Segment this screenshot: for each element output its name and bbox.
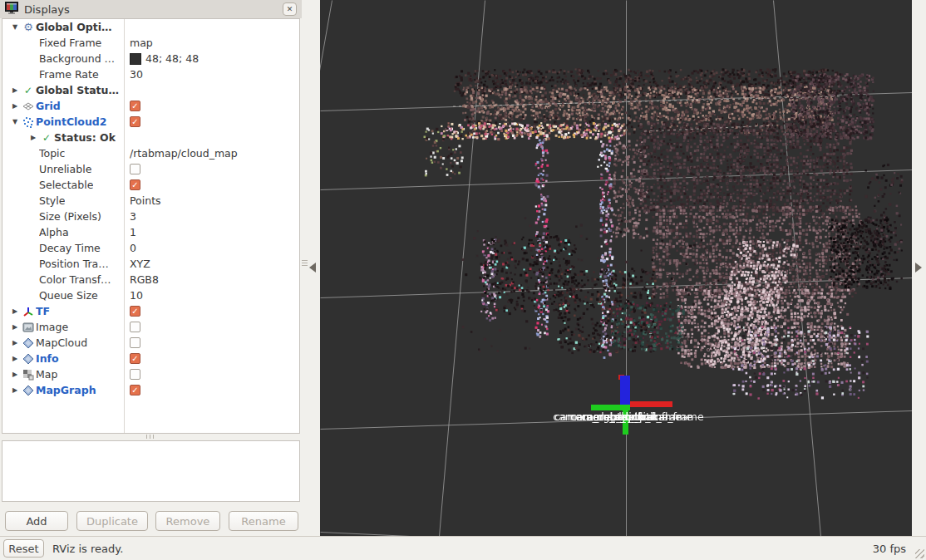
value-text[interactable]: 48; 48; 48 (145, 52, 199, 65)
displays-panel-titlebar[interactable]: Displays ✕ (0, 0, 302, 18)
property-value[interactable]: ✓ (125, 351, 299, 366)
display-row-status-ok[interactable]: ▶✓Status: Ok (2, 130, 299, 145)
value-text[interactable]: RGB8 (130, 273, 159, 286)
property-value[interactable] (125, 366, 299, 382)
value-text[interactable]: Points (130, 194, 161, 207)
property-value[interactable]: 10 (125, 287, 299, 303)
display-row-selectable[interactable]: Selectable✓ (2, 177, 299, 193)
property-value[interactable]: 30 (125, 66, 299, 82)
property-value[interactable] (125, 82, 299, 98)
checkbox-checked[interactable]: ✓ (130, 353, 140, 364)
property-value[interactable] (125, 335, 299, 351)
status-bar: Reset RViz is ready. 30 fps (0, 536, 926, 560)
display-row-pointcloud2[interactable]: ▼PointCloud2✓ (2, 114, 299, 130)
expand-arrow-icon[interactable]: ▶ (9, 386, 21, 394)
value-text[interactable]: 0 (130, 242, 136, 254)
diamond-icon (21, 337, 36, 349)
rename-button[interactable]: Rename (229, 511, 298, 531)
display-row-mapgraph[interactable]: ▶MapGraph✓ (2, 382, 299, 398)
property-value[interactable]: Points (125, 193, 299, 209)
display-row-global-opti[interactable]: ▼⚙Global Opti… (2, 19, 299, 35)
collapse-arrow-icon[interactable]: ▼ (9, 118, 21, 125)
value-text[interactable]: 30 (130, 68, 143, 81)
resize-grip[interactable] (915, 549, 924, 558)
render-canvas[interactable] (320, 0, 912, 536)
display-row-color-transf[interactable]: Color Transf…RGB8 (2, 272, 299, 287)
collapse-left-icon[interactable] (309, 263, 316, 273)
expand-arrow-icon[interactable]: ▶ (27, 134, 39, 141)
color-swatch[interactable] (130, 53, 141, 65)
property-value[interactable]: ✓ (125, 177, 299, 193)
display-row-topic[interactable]: Topic/rtabmap/cloud_map (2, 145, 299, 161)
property-value[interactable]: ✓ (125, 114, 299, 130)
display-row-image[interactable]: ▶Image (2, 319, 299, 335)
display-row-frame-rate[interactable]: Frame Rate30 (2, 66, 299, 82)
checkbox-checked[interactable]: ✓ (130, 385, 140, 395)
display-row-queue-size[interactable]: Queue Size10 (2, 287, 299, 303)
value-text[interactable]: XYZ (130, 258, 150, 270)
display-row-decay-time[interactable]: Decay Time0 (2, 240, 299, 256)
property-value[interactable] (125, 130, 299, 145)
collapse-arrow-icon[interactable]: ▼ (9, 23, 21, 31)
display-row-tf[interactable]: ▶TF✓ (2, 303, 299, 319)
property-value[interactable] (125, 161, 299, 177)
property-column-divider[interactable] (124, 19, 125, 433)
expand-arrow-icon[interactable]: ▶ (9, 371, 21, 378)
property-value[interactable]: /rtabmap/cloud_map (125, 145, 299, 161)
add-button[interactable]: Add (5, 511, 68, 531)
panel-splitter-handle[interactable] (133, 435, 166, 439)
property-value[interactable]: map (125, 35, 299, 51)
checkbox-unchecked[interactable] (130, 337, 140, 348)
checkbox-checked[interactable]: ✓ (130, 101, 140, 111)
display-row-unreliable[interactable]: Unreliable (2, 161, 299, 177)
property-value[interactable]: 0 (125, 240, 299, 256)
expand-arrow-icon[interactable]: ▶ (9, 86, 21, 94)
property-value[interactable]: XYZ (125, 256, 299, 272)
value-text[interactable]: 3 (130, 210, 136, 223)
display-row-position-tra[interactable]: Position Tra…XYZ (2, 256, 299, 272)
display-row-background[interactable]: Background …48; 48; 48 (2, 51, 299, 66)
checkbox-unchecked[interactable] (130, 369, 140, 380)
expand-arrow-icon[interactable]: ▶ (9, 323, 21, 331)
value-text[interactable]: 10 (130, 289, 143, 302)
display-row-grid[interactable]: ▶Grid✓ (2, 98, 299, 114)
property-value[interactable] (125, 319, 299, 335)
property-value[interactable]: ✓ (125, 303, 299, 319)
property-value[interactable]: 1 (125, 224, 299, 240)
display-row-alpha[interactable]: Alpha1 (2, 224, 299, 240)
display-row-fixed-frame[interactable]: Fixed Framemap (2, 35, 299, 51)
checkbox-unchecked[interactable] (130, 164, 140, 174)
expand-right-icon[interactable] (915, 263, 922, 273)
expand-arrow-icon[interactable]: ▶ (9, 339, 21, 346)
expand-arrow-icon[interactable]: ▶ (9, 307, 21, 315)
display-row-style[interactable]: StylePoints (2, 193, 299, 209)
splitter-grip[interactable] (302, 260, 308, 266)
checkbox-checked[interactable]: ✓ (130, 179, 140, 190)
close-icon[interactable]: ✕ (283, 2, 297, 16)
property-value[interactable]: 48; 48; 48 (125, 51, 299, 66)
remove-button[interactable]: Remove (155, 511, 220, 531)
checkbox-unchecked[interactable] (130, 322, 140, 332)
right-panel-strip[interactable] (912, 0, 926, 536)
display-row-map[interactable]: ▶Map (2, 366, 299, 382)
display-row-size-pixels[interactable]: Size (Pixels)3 (2, 209, 299, 224)
property-value[interactable] (125, 19, 299, 35)
display-row-info[interactable]: ▶Info✓ (2, 351, 299, 366)
property-value[interactable]: ✓ (125, 382, 299, 398)
display-row-global-statu[interactable]: ▶✓Global Statu… (2, 82, 299, 98)
value-text[interactable]: /rtabmap/cloud_map (130, 147, 238, 160)
value-text[interactable]: 1 (130, 226, 136, 238)
duplicate-button[interactable]: Duplicate (76, 511, 148, 531)
property-value[interactable]: RGB8 (125, 272, 299, 287)
property-value[interactable]: ✓ (125, 98, 299, 114)
3d-viewport[interactable]: camera_linkcamera_rgb_framecamera_rgb_op… (320, 0, 912, 536)
checkbox-checked[interactable]: ✓ (130, 306, 140, 317)
value-text[interactable]: map (130, 37, 153, 49)
reset-button[interactable]: Reset (3, 539, 44, 558)
checkbox-checked[interactable]: ✓ (130, 116, 140, 127)
display-row-mapcloud[interactable]: ▶MapCloud (2, 335, 299, 351)
expand-arrow-icon[interactable]: ▶ (9, 102, 21, 110)
expand-arrow-icon[interactable]: ▶ (9, 355, 21, 362)
vertical-splitter[interactable] (302, 0, 320, 536)
property-value[interactable]: 3 (125, 209, 299, 224)
